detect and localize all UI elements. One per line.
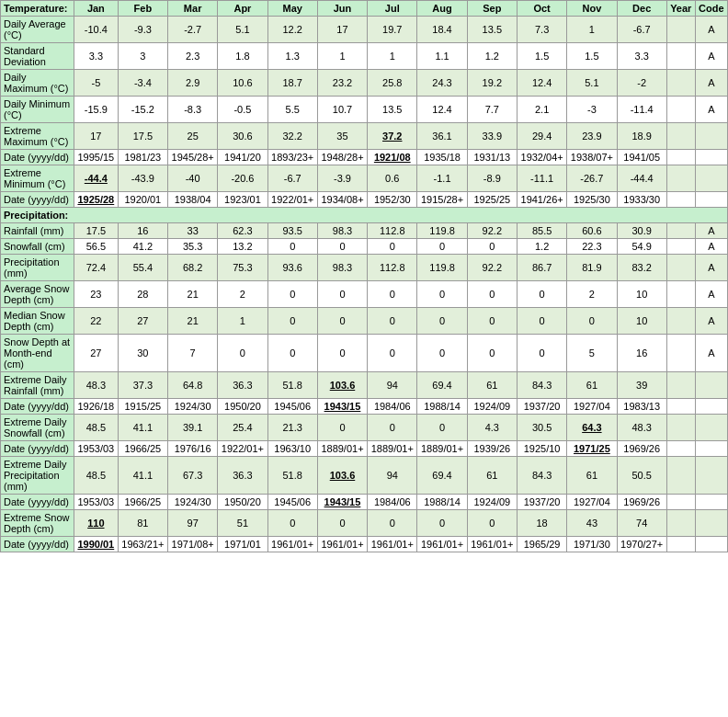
cell-value: 28 <box>118 281 167 308</box>
table-row: Standard Deviation3.332.31.81.3111.11.21… <box>1 43 728 70</box>
cell-value: 21 <box>168 281 218 308</box>
cell-value: 1990/01 <box>74 537 119 552</box>
cell-value: 64.3 <box>567 415 617 441</box>
cell-value: 1953/03 <box>74 495 119 510</box>
cell-value <box>666 97 695 123</box>
cell-value: 1927/04 <box>567 399 617 415</box>
cell-value: 61 <box>467 372 517 399</box>
cell-value <box>695 510 727 537</box>
table-row: Daily Average (°C)-10.4-9.3-2.75.112.217… <box>1 17 728 43</box>
cell-value: 1971/01 <box>218 537 267 552</box>
cell-value: 23.2 <box>317 70 367 97</box>
col-apr: Apr <box>218 1 267 17</box>
table-row: Date (yyyy/dd)1953/031966/251976/161922/… <box>1 441 728 457</box>
cell-value: 13.5 <box>467 17 517 43</box>
cell-value: 1941/26+ <box>517 192 566 208</box>
table-row: Daily Minimum (°C)-15.9-15.2-8.3-0.55.51… <box>1 97 728 123</box>
cell-value: 1948/28+ <box>317 150 367 165</box>
cell-value: 7.3 <box>517 17 566 43</box>
cell-value: 55.4 <box>118 255 167 281</box>
cell-value: 2.9 <box>168 70 218 97</box>
cell-value: -43.9 <box>118 165 167 192</box>
cell-value: 21.3 <box>267 415 317 441</box>
cell-value: 0 <box>267 308 317 335</box>
cell-value: 0 <box>417 281 467 308</box>
cell-value: 97 <box>168 510 218 537</box>
cell-value: 30.9 <box>617 223 666 239</box>
cell-value: 23.9 <box>567 123 617 150</box>
row-label: Extreme Daily Snowfall (cm) <box>1 415 74 441</box>
cell-value: 61 <box>467 457 517 495</box>
cell-value <box>666 495 695 510</box>
cell-value: 12.4 <box>417 97 467 123</box>
cell-value: 10.6 <box>218 70 267 97</box>
cell-value: 1976/16 <box>168 441 218 457</box>
cell-value: 0 <box>517 281 566 308</box>
cell-value: 25.4 <box>218 415 267 441</box>
cell-value: 1889/01+ <box>368 441 417 457</box>
cell-value: 19.7 <box>368 17 417 43</box>
cell-value: 0 <box>467 281 517 308</box>
cell-value: 33.9 <box>467 123 517 150</box>
cell-value: 1925/28 <box>74 192 119 208</box>
cell-value: -6.7 <box>617 17 666 43</box>
cell-value: 1 <box>567 17 617 43</box>
cell-value: 33 <box>168 223 218 239</box>
col-year: Year <box>666 1 695 17</box>
cell-value: 1926/18 <box>74 399 119 415</box>
cell-value: 84.3 <box>517 457 566 495</box>
cell-value: 2 <box>218 281 267 308</box>
cell-value: 0 <box>368 308 417 335</box>
cell-value: 56.5 <box>74 239 119 255</box>
cell-value: 1941/05 <box>617 150 666 165</box>
cell-value: 0 <box>267 239 317 255</box>
cell-value <box>666 537 695 552</box>
cell-value: 1923/01 <box>218 192 267 208</box>
cell-value: A <box>695 335 727 372</box>
cell-value: 1889/01+ <box>417 441 467 457</box>
table-row: Average Snow Depth (cm)2328212000000210A <box>1 281 728 308</box>
cell-value: 1938/07+ <box>567 150 617 165</box>
cell-value: 0 <box>467 510 517 537</box>
cell-value <box>666 510 695 537</box>
cell-value: 0 <box>517 335 566 372</box>
col-dec: Dec <box>617 1 666 17</box>
cell-value: 69.4 <box>417 457 467 495</box>
cell-value: 119.8 <box>417 255 467 281</box>
cell-value <box>666 123 695 150</box>
cell-value: A <box>695 281 727 308</box>
cell-value: 35.3 <box>168 239 218 255</box>
cell-value: 22 <box>74 308 119 335</box>
cell-value: 61 <box>567 457 617 495</box>
row-label: Rainfall (mm) <box>1 223 74 239</box>
cell-value: -10.4 <box>74 17 119 43</box>
cell-value: 1933/30 <box>617 192 666 208</box>
cell-value: 0 <box>368 510 417 537</box>
cell-value: 10 <box>617 308 666 335</box>
cell-value: 22.3 <box>567 239 617 255</box>
row-label: Extreme Snow Depth (cm) <box>1 510 74 537</box>
cell-value <box>695 441 727 457</box>
cell-value: 1938/04 <box>168 192 218 208</box>
row-label: Date (yyyy/dd) <box>1 495 74 510</box>
cell-value: 1.2 <box>467 43 517 70</box>
cell-value: 119.8 <box>417 223 467 239</box>
cell-value: 86.7 <box>517 255 566 281</box>
cell-value: 1925/25 <box>467 192 517 208</box>
table-row: Date (yyyy/dd)1953/031966/251924/301950/… <box>1 495 728 510</box>
cell-value: A <box>695 97 727 123</box>
cell-value: A <box>695 70 727 97</box>
cell-value <box>666 255 695 281</box>
col-jan: Jan <box>74 1 119 17</box>
table-row: Date (yyyy/dd)1995/151981/231945/28+1941… <box>1 150 728 165</box>
cell-value: 98.3 <box>317 255 367 281</box>
cell-value: 1924/30 <box>168 495 218 510</box>
cell-value: 27 <box>74 335 119 372</box>
cell-value: 110 <box>74 510 119 537</box>
col-label: Temperature: <box>1 1 74 17</box>
cell-value: 92.2 <box>467 223 517 239</box>
row-label: Date (yyyy/dd) <box>1 441 74 457</box>
cell-value: 43 <box>567 510 617 537</box>
cell-value: 0 <box>317 239 367 255</box>
row-label: Snowfall (cm) <box>1 239 74 255</box>
